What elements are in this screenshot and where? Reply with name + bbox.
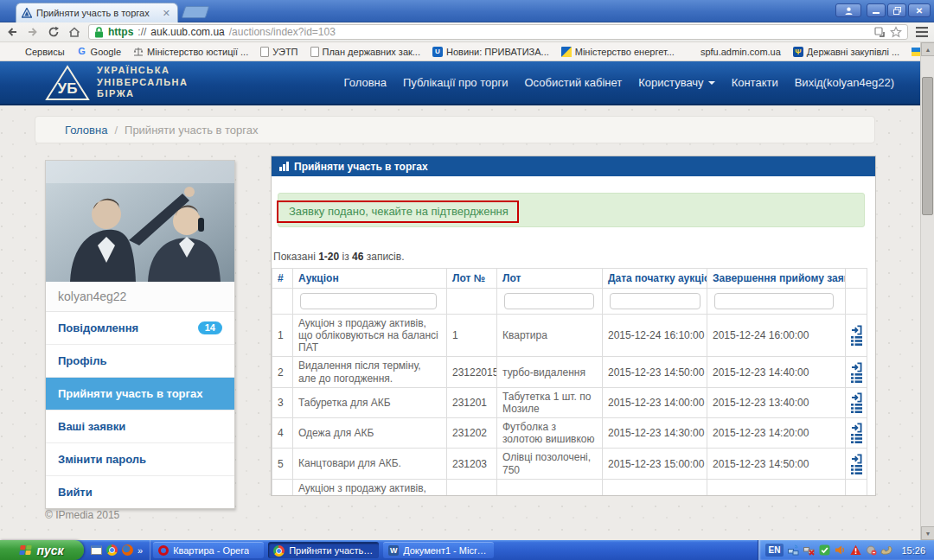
volume-icon[interactable] — [834, 544, 846, 557]
network-activity-icon[interactable] — [787, 544, 799, 557]
bookmark-spfu[interactable]: spfu.admin.com.ua — [682, 45, 785, 59]
filter-lot-input[interactable] — [504, 293, 594, 309]
nav-personal-cabinet[interactable]: Особистий кабінет — [524, 76, 622, 89]
sidebar-item-messages[interactable]: Повідомлення 14 — [46, 312, 234, 345]
sidebar-item-your-bids[interactable]: Ваші заявки — [46, 410, 234, 443]
filter-empty — [272, 289, 293, 315]
start-button[interactable]: пуск — [0, 540, 84, 560]
filter-row — [272, 289, 867, 315]
reload-button[interactable] — [47, 26, 61, 39]
cell-auction: Видалення після терміну, але до погоджен… — [293, 357, 447, 387]
taskbar-clock[interactable]: 15:26 — [901, 545, 925, 556]
lot-list-icon[interactable] — [851, 465, 861, 474]
sidebar-item-change-password[interactable]: Змінити пароль — [46, 443, 234, 476]
scroll-down-button[interactable]: ▼ — [921, 526, 934, 540]
menu-button[interactable] — [915, 26, 929, 39]
panel-body: Заявку подано, чекайте на підтвердження … — [272, 176, 875, 495]
col-header-lot[interactable]: Лот — [497, 269, 603, 289]
scrollbar-thumb[interactable] — [922, 77, 933, 215]
cell-start: 2015-12-24 16:10:00 — [603, 315, 707, 357]
antivirus-ok-icon[interactable] — [818, 544, 830, 557]
warning-icon[interactable] — [849, 544, 861, 557]
url-path: /auctions/index?id=103 — [229, 26, 336, 38]
enter-auction-icon[interactable] — [851, 454, 861, 464]
filter-cell — [707, 289, 846, 315]
task-chrome-active[interactable]: Прийняти участь в ... — [268, 542, 379, 558]
enter-auction-icon[interactable] — [851, 362, 861, 372]
bookmark-label: spfu.admin.com.ua — [700, 47, 781, 57]
home-button[interactable] — [67, 26, 81, 39]
lot-list-icon[interactable] — [851, 336, 861, 346]
col-header-deadline[interactable]: Завершення прийому заявок — [707, 269, 846, 289]
alert-text: Заявку подано, чекайте на підтвердження — [289, 205, 509, 218]
task-opera[interactable]: Квартира - Opera — [153, 542, 264, 558]
taskbar: пуск » Квартира - Opera Прийняти участь … — [0, 540, 934, 560]
minimize-button[interactable] — [867, 3, 886, 17]
forward-button[interactable] — [26, 26, 40, 39]
bookmark-google[interactable]: G Google — [73, 45, 125, 59]
page-action-icon[interactable] — [874, 27, 885, 37]
enter-auction-icon[interactable] — [851, 423, 861, 433]
lot-list-icon[interactable] — [851, 404, 861, 413]
bookmark-label: Міністерство енергет... — [575, 47, 675, 57]
bookmark-novyny-pryvatyza[interactable]: U Новини: ПРИВАТИЗА... — [428, 45, 553, 59]
nav-contacts[interactable]: Контакти — [732, 76, 778, 89]
firefox-icon[interactable] — [122, 544, 133, 556]
fax-device-icon[interactable] — [880, 544, 892, 557]
sidebar-item-profile[interactable]: Профіль — [46, 345, 234, 378]
col-header-auction[interactable]: Аукціон — [293, 269, 447, 289]
filter-deadline-input[interactable] — [714, 293, 834, 309]
success-alert: Заявку подано, чекайте на підтвердження — [278, 193, 865, 227]
cell-auction: Табуретка для АКБ — [293, 387, 447, 417]
bookmark-label: Новини: ПРИВАТИЗА... — [446, 47, 549, 57]
cell-num: 4 — [272, 418, 293, 449]
vertical-scrollbar[interactable]: ▲ ▼ — [920, 42, 934, 540]
filter-start-input[interactable] — [610, 293, 700, 309]
page-viewport: УБ УКРАЇНСЬКА УНІВЕРСАЛЬНА БІРЖА Головна… — [0, 61, 920, 540]
cell-num: 5 — [272, 449, 293, 479]
browser-tab[interactable]: Прийняти участь в торгах ✕ — [16, 3, 178, 22]
new-tab-button[interactable] — [182, 6, 210, 18]
scroll-up-button[interactable]: ▲ — [921, 42, 934, 56]
col-header-lot-no[interactable]: Лот № — [447, 269, 497, 289]
chrome-icon[interactable] — [106, 544, 118, 556]
network-disconnected-icon[interactable] — [803, 544, 815, 557]
sidebar-item-participate[interactable]: Прийняти участь в торгах — [46, 378, 234, 410]
bookmark-ministry-justice[interactable]: Міністерство юстиції ... — [129, 45, 253, 59]
site-logo[interactable]: УБ УКРАЇНСЬКА УНІВЕРСАЛЬНА БІРЖА — [45, 65, 188, 101]
task-word[interactable]: W Документ1 - Microso... — [383, 542, 494, 558]
close-button[interactable]: ✕ — [908, 3, 931, 17]
nav-home[interactable]: Головна — [344, 76, 387, 89]
lot-list-icon[interactable] — [851, 373, 861, 383]
lot-list-icon[interactable] — [851, 434, 861, 443]
language-indicator[interactable]: EN — [765, 544, 784, 557]
restore-button[interactable] — [887, 3, 906, 17]
table-header-row: # Аукціон Лот № Лот Дата початку аукціон… — [272, 269, 867, 289]
quick-launch-chevron[interactable]: » — [138, 545, 143, 556]
sidebar-item-logout[interactable]: Вийти — [46, 476, 234, 508]
nav-publications[interactable]: Публікації про торги — [403, 76, 508, 89]
tab-close-icon[interactable]: ✕ — [161, 9, 172, 18]
bookmark-uetp[interactable]: УЭТП — [256, 45, 302, 59]
bookmark-plan-zakupivli[interactable]: План державних зак... — [306, 45, 425, 59]
show-desktop-icon[interactable] — [91, 545, 102, 555]
cell-deadline: 2015-12-23 14:50:00 — [707, 449, 846, 479]
bookmark-ministry-energy[interactable]: Міністерство енергет... — [557, 45, 679, 59]
bookmark-star-icon[interactable] — [890, 26, 902, 38]
footer-copyright: © IPmedia 2015 — [45, 509, 119, 521]
chrome-icon — [273, 545, 285, 557]
update-blocked-icon[interactable] — [865, 544, 877, 557]
nav-logout[interactable]: Вихід(kolyan4eg22) — [795, 76, 894, 89]
address-bar[interactable]: https://auk.uub.com.ua/auctions/index?id… — [88, 24, 908, 40]
breadcrumb-home-link[interactable]: Головна — [65, 124, 107, 137]
cell-auction: Аукціон з продажу активів, що обліковуют… — [293, 315, 447, 357]
enter-auction-icon[interactable] — [851, 392, 861, 403]
enter-auction-icon[interactable] — [851, 325, 861, 335]
bookmark-derzhavni-zakupivli[interactable]: Ψ Державні закупівлі ... — [789, 45, 904, 59]
bookmark-services[interactable]: Сервисы — [7, 45, 69, 59]
filter-auction-input[interactable] — [300, 293, 437, 309]
col-header-start[interactable]: Дата початку аукціону — [603, 269, 707, 289]
profile-button[interactable] — [835, 3, 861, 17]
back-button[interactable] — [5, 26, 19, 39]
nav-user-dropdown[interactable]: Користувачу — [638, 76, 714, 89]
